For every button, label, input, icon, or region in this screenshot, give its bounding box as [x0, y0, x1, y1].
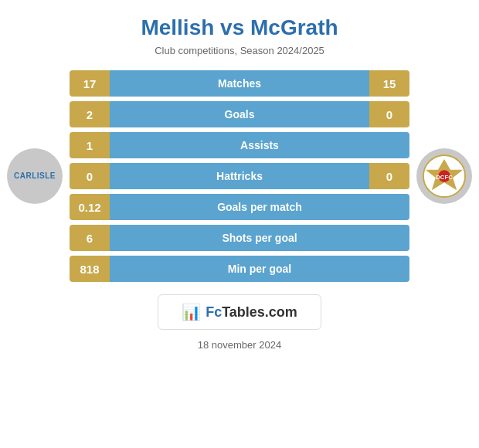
doncaster-logo: DCFC	[416, 148, 472, 204]
stat-label-min-per-goal: Min per goal	[110, 256, 409, 282]
stat-row-shots-per-goal: 6Shots per goal	[70, 225, 409, 251]
stat-label-assists: Assists	[110, 132, 409, 158]
footer-date: 18 november 2024	[198, 339, 281, 351]
stat-label-matches: Matches	[110, 70, 369, 97]
page-title: Mellish vs McGrath	[141, 15, 338, 40]
stat-left-min-per-goal: 818	[70, 256, 110, 282]
stat-right-hattricks: 0	[369, 163, 409, 189]
stat-left-shots-per-goal: 6	[70, 225, 110, 251]
left-team-logo: CARLISLE	[0, 148, 70, 204]
stat-row-hattricks: 0Hattricks0	[70, 163, 409, 189]
stat-row-assists: 1Assists	[70, 132, 409, 158]
fctables-box: 📊 FcTables.com	[158, 294, 321, 330]
stat-row-goals: 2Goals0	[70, 101, 409, 127]
doncaster-badge-icon: DCFC	[422, 154, 467, 199]
subtitle: Club competitions, Season 2024/2025	[155, 45, 324, 56]
fctables-label: FcTables.com	[206, 304, 297, 321]
stat-left-assists: 1	[70, 132, 110, 158]
stat-left-goals-per-match: 0.12	[70, 194, 110, 220]
stat-left-matches: 17	[70, 70, 110, 97]
stat-left-hattricks: 0	[70, 163, 110, 189]
stat-right-matches: 15	[369, 70, 409, 97]
stat-row-min-per-goal: 818Min per goal	[70, 256, 409, 282]
stat-right-goals: 0	[369, 101, 409, 127]
svg-text:DCFC: DCFC	[436, 174, 453, 181]
stat-label-shots-per-goal: Shots per goal	[110, 225, 409, 251]
comparison-area: CARLISLE 17Matches152Goals01Assists0Hatt…	[0, 70, 479, 282]
stat-left-goals: 2	[70, 101, 110, 127]
carlisle-logo: CARLISLE	[7, 148, 63, 204]
fctables-logo: 📊 FcTables.com	[182, 303, 297, 321]
stat-label-hattricks: Hattricks	[110, 163, 369, 189]
stat-label-goals: Goals	[110, 101, 369, 127]
carlisle-text: CARLISLE	[14, 171, 56, 181]
stat-row-goals-per-match: 0.12Goals per match	[70, 194, 409, 220]
fctables-icon: 📊	[182, 303, 201, 321]
right-team-logo: DCFC	[409, 148, 479, 204]
stats-column: 17Matches152Goals01Assists0Hattricks00.1…	[70, 70, 409, 282]
stat-label-goals-per-match: Goals per match	[110, 194, 409, 220]
stat-row-matches: 17Matches15	[70, 70, 409, 97]
